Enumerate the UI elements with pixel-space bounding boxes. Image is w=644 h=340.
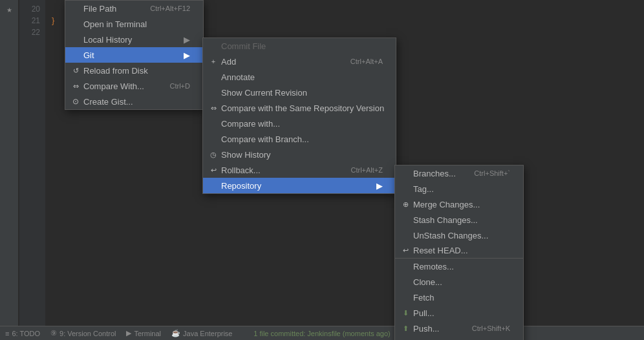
branches-shortcut: Ctrl+Shift+` xyxy=(474,169,510,177)
reload-icon: ↺ xyxy=(70,67,81,75)
terminal-label: Terminal xyxy=(134,330,161,337)
git-arrow: ▶ xyxy=(184,50,190,60)
repository-label: Repository xyxy=(221,181,261,191)
menu-item-unstash-changes[interactable]: UnStash Changes... xyxy=(395,228,523,243)
pull-label: Pull... xyxy=(413,308,435,318)
show-current-revision-label: Show Current Revision xyxy=(221,88,307,98)
reload-disk-label: Reload from Disk xyxy=(83,66,148,76)
file-path-label: File Path xyxy=(83,4,116,14)
reset-icon: ↩ xyxy=(400,246,411,255)
push-label: Push... xyxy=(413,324,439,334)
menu-item-file-path[interactable]: File Path Ctrl+Alt+F12 xyxy=(65,1,203,16)
menu-item-open-terminal[interactable]: Open in Terminal xyxy=(65,16,203,32)
remotes-label: Remotes... xyxy=(413,262,454,271)
menu-item-reload-disk[interactable]: ↺ Reload from Disk xyxy=(65,63,203,78)
version-control-icon: ⑨ xyxy=(50,329,57,337)
line-numbers: 20 21 22 xyxy=(19,0,45,340)
fetch-label: Fetch xyxy=(413,293,435,303)
status-item-java-enterprise[interactable]: ☕ Java Enterprise xyxy=(171,329,232,337)
tag-label: Tag... xyxy=(413,184,434,194)
create-gist-label: Create Gist... xyxy=(83,97,133,107)
status-item-terminal[interactable]: ▶ Terminal xyxy=(126,329,161,337)
menu-item-remotes[interactable]: Remotes... xyxy=(395,259,523,274)
java-enterprise-icon: ☕ xyxy=(171,329,180,337)
todo-label: 6: TODO xyxy=(12,330,40,337)
menu-item-commit-file[interactable]: Commit File xyxy=(203,38,396,54)
todo-icon: ≡ xyxy=(5,330,9,337)
menu-item-rebase[interactable]: Rebase... xyxy=(395,336,523,340)
compare-with2-label: Compare with... xyxy=(221,119,280,129)
menu-item-repository[interactable]: Repository ▶ xyxy=(203,178,396,193)
push-shortcut: Ctrl+Shift+K xyxy=(472,324,510,332)
git-submenu: Commit File + Add Ctrl+Alt+A Annotate Sh… xyxy=(202,37,396,194)
show-history-label: Show History xyxy=(221,150,271,160)
sidebar-tab-favorites[interactable]: ★ xyxy=(2,3,16,17)
menu-item-show-history[interactable]: ◷ Show History xyxy=(203,147,396,162)
line-num-20: 20 xyxy=(19,3,45,15)
compare-icon: ⇔ xyxy=(70,82,81,90)
rollback-shortcut: Ctrl+Alt+Z xyxy=(350,166,383,174)
menu-item-rollback[interactable]: ↩ Rollback... Ctrl+Alt+Z xyxy=(203,162,396,178)
git-label: Git xyxy=(83,50,94,60)
line-num-22: 22 xyxy=(19,27,45,38)
status-bar: ≡ 6: TODO ⑨ 9: Version Control ▶ Termina… xyxy=(0,326,644,340)
rollback-label: Rollback... xyxy=(221,165,261,175)
compare-with-label: Compare With... xyxy=(83,81,144,91)
open-terminal-label: Open in Terminal xyxy=(83,19,147,29)
add-shortcut: Ctrl+Alt+A xyxy=(350,58,383,65)
status-item-version-control[interactable]: ⑨ 9: Version Control xyxy=(50,329,116,337)
merge-icon: ⊕ xyxy=(400,200,411,209)
compare-same-repo-label: Compare with the Same Repository Version xyxy=(221,103,384,113)
line-num-21: 21 xyxy=(19,15,45,27)
repository-submenu: Branches... Ctrl+Shift+` Tag... ⊕ Merge … xyxy=(394,165,524,340)
menu-item-fetch[interactable]: Fetch xyxy=(395,290,523,305)
compare-branch-label: Compare with Branch... xyxy=(221,134,309,144)
menu-item-tag[interactable]: Tag... xyxy=(395,181,523,197)
menu-item-compare-same-repo[interactable]: ⇔ Compare with the Same Repository Versi… xyxy=(203,100,396,116)
branches-label: Branches... xyxy=(413,169,456,178)
left-sidebar: ★ xyxy=(0,0,18,326)
file-context-menu: File Path Ctrl+Alt+F12 Open in Terminal … xyxy=(65,0,204,110)
menu-item-reset-head[interactable]: ↩ Reset HEAD... xyxy=(395,243,523,259)
status-message: 1 file committed: Jenkinsfile (moments a… xyxy=(253,330,391,337)
unstash-changes-label: UnStash Changes... xyxy=(413,231,488,240)
menu-item-merge-changes[interactable]: ⊕ Merge Changes... xyxy=(395,197,523,212)
menu-item-compare-branch[interactable]: Compare with Branch... xyxy=(203,131,396,147)
push-icon: ⬆ xyxy=(400,324,411,333)
menu-item-compare-with[interactable]: ⇔ Compare With... Ctrl+D xyxy=(65,78,203,94)
rollback-icon: ↩ xyxy=(208,166,219,175)
menu-item-stash-changes[interactable]: Stash Changes... xyxy=(395,212,523,228)
menu-item-add[interactable]: + Add Ctrl+Alt+A xyxy=(203,54,396,69)
pull-icon: ⬇ xyxy=(400,309,411,317)
file-path-shortcut: Ctrl+Alt+F12 xyxy=(150,5,190,12)
menu-item-pull[interactable]: ⬇ Pull... xyxy=(395,305,523,321)
clone-label: Clone... xyxy=(413,277,442,287)
menu-item-branches[interactable]: Branches... Ctrl+Shift+` xyxy=(395,165,523,181)
merge-changes-label: Merge Changes... xyxy=(413,200,480,209)
menu-item-git[interactable]: Git ▶ xyxy=(65,47,203,63)
menu-item-local-history[interactable]: Local History ▶ xyxy=(65,32,203,47)
local-history-arrow: ▶ xyxy=(184,35,190,45)
compare-same-icon: ⇔ xyxy=(208,104,219,112)
menu-item-push[interactable]: ⬆ Push... Ctrl+Shift+K xyxy=(395,321,523,336)
version-control-label: 9: Version Control xyxy=(59,330,116,337)
menu-item-annotate[interactable]: Annotate xyxy=(203,69,396,85)
add-label: Add xyxy=(221,57,236,67)
commit-file-label: Commit File xyxy=(221,41,266,51)
java-enterprise-label: Java Enterprise xyxy=(183,330,232,337)
reset-head-label: Reset HEAD... xyxy=(413,246,468,255)
github-icon: ⊙ xyxy=(70,97,81,106)
status-item-todo[interactable]: ≡ 6: TODO xyxy=(5,330,40,337)
compare-with-shortcut: Ctrl+D xyxy=(170,82,190,90)
annotate-label: Annotate xyxy=(221,72,255,82)
add-icon: + xyxy=(208,58,219,65)
terminal-icon: ▶ xyxy=(126,329,131,337)
stash-changes-label: Stash Changes... xyxy=(413,215,478,225)
local-history-label: Local History xyxy=(83,35,132,45)
history-icon: ◷ xyxy=(208,151,219,159)
menu-item-compare-with2[interactable]: Compare with... xyxy=(203,116,396,131)
menu-item-clone[interactable]: Clone... xyxy=(395,274,523,290)
menu-item-create-gist[interactable]: ⊙ Create Gist... xyxy=(65,94,203,109)
menu-item-show-current-revision[interactable]: Show Current Revision xyxy=(203,85,396,100)
repository-arrow: ▶ xyxy=(376,181,383,191)
